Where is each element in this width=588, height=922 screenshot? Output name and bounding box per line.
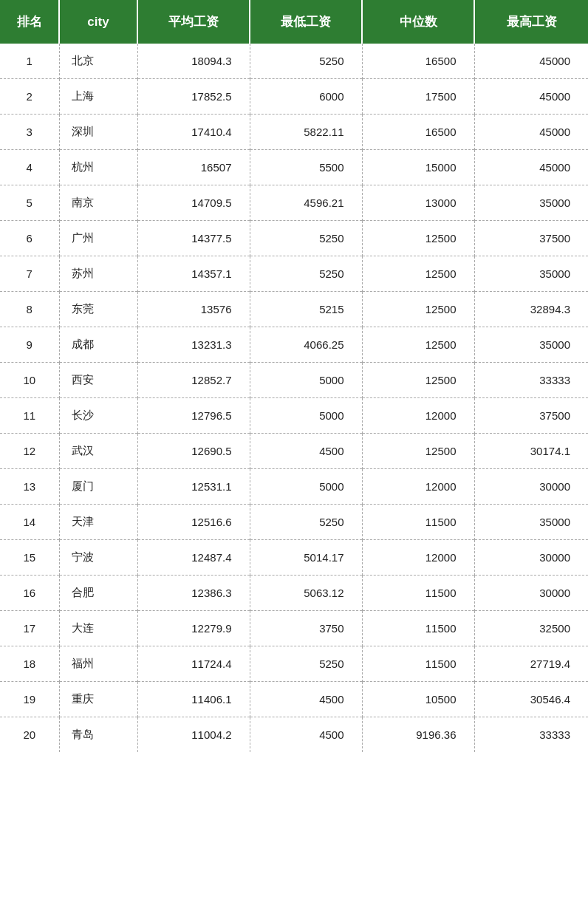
median-cell: 12500: [362, 292, 474, 327]
city-cell: 大连: [59, 611, 137, 646]
median-cell: 12500: [362, 256, 474, 292]
median-cell: 11500: [362, 646, 474, 682]
median-cell: 12500: [362, 434, 474, 469]
table-row: 2上海17852.560001750045000: [0, 79, 588, 115]
max-salary-cell: 35000: [474, 327, 588, 363]
median-cell: 11500: [362, 611, 474, 646]
min-salary-cell: 4500: [250, 434, 362, 469]
table-row: 4杭州1650755001500045000: [0, 150, 588, 185]
min-salary-cell: 5014.17: [250, 540, 362, 576]
city-cell: 武汉: [59, 434, 137, 469]
table-row: 19重庆11406.145001050030546.4: [0, 682, 588, 717]
rank-cell: 1: [0, 44, 59, 79]
rank-cell: 7: [0, 256, 59, 292]
min-salary-cell: 5500: [250, 150, 362, 185]
min-salary-cell: 5000: [250, 469, 362, 505]
min-salary-cell: 5000: [250, 363, 362, 398]
min-salary-cell: 4500: [250, 682, 362, 717]
city-cell: 福州: [59, 646, 137, 682]
max-salary-cell: 35000: [474, 505, 588, 540]
min-salary-cell: 4066.25: [250, 327, 362, 363]
min-salary-cell: 5000: [250, 398, 362, 434]
table-row: 5南京14709.54596.211300035000: [0, 185, 588, 221]
avg-salary-cell: 16507: [137, 150, 250, 185]
median-cell: 12000: [362, 540, 474, 576]
avg-salary-cell: 12516.6: [137, 505, 250, 540]
table-row: 20青岛11004.245009196.3633333: [0, 717, 588, 753]
min-salary-cell: 5250: [250, 505, 362, 540]
max-salary-cell: 33333: [474, 717, 588, 753]
city-cell: 广州: [59, 221, 137, 256]
max-salary-cell: 32500: [474, 611, 588, 646]
avg-salary-cell: 11004.2: [137, 717, 250, 753]
median-cell: 11500: [362, 576, 474, 611]
rank-cell: 17: [0, 611, 59, 646]
avg-salary-cell: 13576: [137, 292, 250, 327]
max-salary-cell: 27719.4: [474, 646, 588, 682]
header-max-salary: 最高工资: [474, 0, 588, 44]
median-cell: 16500: [362, 44, 474, 79]
min-salary-cell: 4596.21: [250, 185, 362, 221]
city-cell: 西安: [59, 363, 137, 398]
rank-cell: 5: [0, 185, 59, 221]
median-cell: 12000: [362, 469, 474, 505]
city-cell: 长沙: [59, 398, 137, 434]
city-cell: 杭州: [59, 150, 137, 185]
median-cell: 13000: [362, 185, 474, 221]
avg-salary-cell: 12487.4: [137, 540, 250, 576]
table-row: 11长沙12796.550001200037500: [0, 398, 588, 434]
city-cell: 东莞: [59, 292, 137, 327]
rank-cell: 14: [0, 505, 59, 540]
table-row: 10西安12852.750001250033333: [0, 363, 588, 398]
max-salary-cell: 45000: [474, 115, 588, 150]
median-cell: 11500: [362, 505, 474, 540]
rank-cell: 3: [0, 115, 59, 150]
city-cell: 北京: [59, 44, 137, 79]
table-row: 6广州14377.552501250037500: [0, 221, 588, 256]
max-salary-cell: 37500: [474, 398, 588, 434]
median-cell: 12000: [362, 398, 474, 434]
table-row: 1北京18094.352501650045000: [0, 44, 588, 79]
max-salary-cell: 30000: [474, 540, 588, 576]
table-row: 9成都13231.34066.251250035000: [0, 327, 588, 363]
min-salary-cell: 5250: [250, 646, 362, 682]
avg-salary-cell: 18094.3: [137, 44, 250, 79]
avg-salary-cell: 12386.3: [137, 576, 250, 611]
min-salary-cell: 5250: [250, 44, 362, 79]
rank-cell: 9: [0, 327, 59, 363]
median-cell: 12500: [362, 327, 474, 363]
max-salary-cell: 30000: [474, 469, 588, 505]
rank-cell: 18: [0, 646, 59, 682]
table-row: 15宁波12487.45014.171200030000: [0, 540, 588, 576]
min-salary-cell: 5250: [250, 256, 362, 292]
table-row: 17大连12279.937501150032500: [0, 611, 588, 646]
table-row: 16合肥12386.35063.121150030000: [0, 576, 588, 611]
min-salary-cell: 6000: [250, 79, 362, 115]
table-row: 13厦门12531.150001200030000: [0, 469, 588, 505]
rank-cell: 12: [0, 434, 59, 469]
rank-cell: 11: [0, 398, 59, 434]
median-cell: 9196.36: [362, 717, 474, 753]
avg-salary-cell: 11724.4: [137, 646, 250, 682]
avg-salary-cell: 17410.4: [137, 115, 250, 150]
city-cell: 苏州: [59, 256, 137, 292]
avg-salary-cell: 12796.5: [137, 398, 250, 434]
table-row: 7苏州14357.152501250035000: [0, 256, 588, 292]
table-row: 18福州11724.452501150027719.4: [0, 646, 588, 682]
city-cell: 成都: [59, 327, 137, 363]
city-cell: 上海: [59, 79, 137, 115]
avg-salary-cell: 12690.5: [137, 434, 250, 469]
min-salary-cell: 3750: [250, 611, 362, 646]
table-row: 14天津12516.652501150035000: [0, 505, 588, 540]
avg-salary-cell: 12531.1: [137, 469, 250, 505]
city-cell: 重庆: [59, 682, 137, 717]
median-cell: 17500: [362, 79, 474, 115]
city-cell: 宁波: [59, 540, 137, 576]
avg-salary-cell: 14709.5: [137, 185, 250, 221]
rank-cell: 13: [0, 469, 59, 505]
rank-cell: 10: [0, 363, 59, 398]
min-salary-cell: 5063.12: [250, 576, 362, 611]
rank-cell: 6: [0, 221, 59, 256]
min-salary-cell: 5250: [250, 221, 362, 256]
min-salary-cell: 5215: [250, 292, 362, 327]
